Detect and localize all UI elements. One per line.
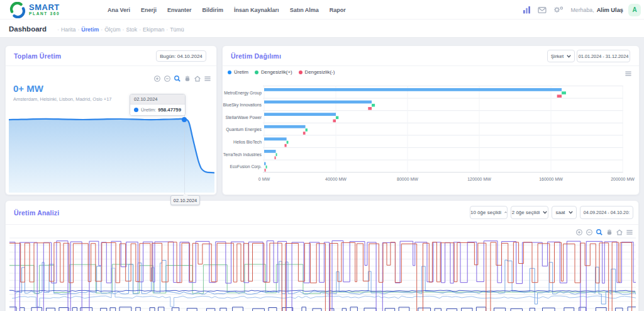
tooltip-series-dot [134,108,138,112]
distribution-header: Üretim Dağılımı Şirket 01.01.2024 - 31.1… [223,46,639,66]
company-filter-value: Şirket [551,54,564,59]
nav-item-1[interactable]: Enerji [141,7,157,13]
zoom-icon[interactable] [596,229,603,236]
menu-icon[interactable] [625,70,632,77]
breadcrumb-link-1[interactable]: Üretim [81,26,99,33]
analysis-lines-chart[interactable] [9,236,636,311]
chevron-down-icon [567,55,571,58]
distribution-date-range[interactable]: 01.01.2024 - 31.12.2024 [577,50,630,62]
svg-text:40000 MW: 40000 MW [325,177,347,181]
breadcrumb-bar: Dashboard ·Harita·Üretim·Ölçüm·Stok·Ekip… [0,20,644,38]
pan-icon[interactable] [184,75,191,82]
production-analysis-card: Üretim Analizi 10 öğe seçildi 2 öğe seçi… [5,200,639,311]
total-production-card: Bugün: 04.10.2024 Toplam Üretim 0+ MW Am… [5,45,217,195]
svg-text:0 MW: 0 MW [258,177,270,181]
nav-item-4[interactable]: İnsan Kaynakları [234,7,279,13]
total-production-value: 0+ MW [13,83,43,94]
breadcrumb-link-3[interactable]: Stok [126,26,138,33]
nav-menu: Ana VeriEnerjiEnvanterBildirimİnsan Kayn… [108,0,346,20]
production-distribution-card: Üretim Dağılımı Şirket 01.01.2024 - 31.1… [222,45,640,195]
page-title: Dashboard [9,25,47,33]
chevron-down-icon [543,211,547,214]
settings-gears-icon[interactable] [553,6,564,14]
stats-icon[interactable] [523,6,531,14]
nav-item-0[interactable]: Ana Veri [108,7,130,13]
legend-item-1[interactable]: Dengesizlik(+) [255,69,292,75]
legend-label: Dengesizlik(+) [261,69,292,75]
brand-logo-icon [9,2,26,18]
legend-dot [255,71,258,74]
breadcrumb-link-0[interactable]: Harita [61,26,75,33]
nav-item-2[interactable]: Envanter [167,7,192,13]
x-axis-hover-label: 02.10.2024 [170,195,200,205]
svg-text:Quantum Energies: Quantum Energies [226,127,262,132]
distribution-bar-chart[interactable]: 0 MW40000 MW80000 MW120000 MW160000 MW20… [223,80,638,193]
analysis-modebar [575,229,633,236]
zoom-out-icon[interactable] [586,229,593,236]
chart-modebar [153,75,211,82]
company-filter-select[interactable]: Şirket [547,50,575,62]
items-select-1[interactable]: 10 öğe seçildi [470,206,508,219]
total-production-cities: Amsterdam, Helsinki, Lisbon, Madrid, Osl… [13,96,112,102]
svg-text:Helios BioTech: Helios BioTech [233,140,262,144]
nav-item-3[interactable]: Bildirim [203,7,224,13]
breadcrumb-link-5[interactable]: Tümü [170,26,184,33]
total-production-area-chart[interactable] [9,103,214,193]
analysis-title: Üretim Analizi [14,209,59,217]
svg-text:EcoFusion Corp.: EcoFusion Corp. [230,164,262,169]
svg-text:80000 MW: 80000 MW [397,177,418,181]
svg-text:TerraTech Industries: TerraTech Industries [223,152,262,157]
distribution-title: Üretim Dağılımı [231,52,281,60]
breadcrumb-link-2[interactable]: Ölçüm [104,26,120,33]
mail-icon[interactable] [538,6,547,14]
home-icon[interactable] [616,229,623,236]
tooltip-value: 958.47759 [158,107,181,113]
total-production-title: Toplam Üretim [14,52,61,60]
brand-smart: SMART [29,3,60,11]
svg-text:120000 MW: 120000 MW [467,177,491,181]
zoom-in-icon[interactable] [575,229,583,236]
zoom-in-icon[interactable] [153,75,161,82]
chevron-down-icon [569,211,573,214]
breadcrumb-link-4[interactable]: Ekipman [143,26,164,33]
chart-tooltip: 02.10.2024 Üretim: 958.47759 [130,94,186,116]
menu-icon[interactable] [204,75,211,82]
legend-dot [299,71,303,74]
interval-select[interactable]: saat [552,206,577,219]
interval-select-value: saat [555,210,565,215]
items-select-1-value: 10 öğe seçildi [470,210,501,215]
greeting-text: Merhaba, [570,7,594,13]
breadcrumb-separator: · [166,26,168,33]
svg-text:200000 MW: 200000 MW [611,177,635,181]
username-text: Alim Ulaş [597,7,623,13]
breadcrumb-separator: · [77,26,79,33]
distribution-legend: ÜretimDengesizlik(+)Dengesizlik(-) [228,69,341,75]
svg-text:BlueSky Innovations: BlueSky Innovations [223,103,262,108]
nav-item-5[interactable]: Satın Alma [290,7,319,13]
items-select-2[interactable]: 2 öğe seçildi [511,206,548,219]
nav-item-6[interactable]: Rapor [330,7,346,13]
hover-marker-dot [182,117,187,122]
legend-label: Dengesizlik(-) [305,69,335,75]
legend-label: Üretim [234,69,248,75]
menu-icon[interactable] [626,229,633,236]
breadcrumb-separator: · [123,26,125,33]
breadcrumb-separator: · [139,26,141,33]
zoom-icon[interactable] [174,75,181,82]
svg-text:StellarWave Power: StellarWave Power [225,115,262,120]
analysis-date-range[interactable]: 04.09.2024 - 04.10.20: [580,206,633,219]
total-production-header: Bugün: 04.10.2024 Toplam Üretim [6,46,216,66]
home-icon[interactable] [194,75,201,82]
legend-item-0[interactable]: Üretim [228,69,248,75]
zoom-out-icon[interactable] [164,75,171,82]
svg-text:160000 MW: 160000 MW [539,177,563,181]
avatar[interactable]: A [628,4,641,16]
chevron-up-icon [504,211,507,214]
tooltip-date: 02.10.2024 [130,94,185,105]
pan-icon[interactable] [606,229,613,236]
brand-text: SMART PLANT 360 [29,3,60,16]
legend-item-2[interactable]: Dengesizlik(-) [299,69,335,75]
analysis-header: Üretim Analizi 10 öğe seçildi 2 öğe seçi… [6,201,638,225]
brand-plant: PLANT 360 [29,12,60,16]
today-date-button[interactable]: Bugün: 04.10.2024 [156,50,206,62]
